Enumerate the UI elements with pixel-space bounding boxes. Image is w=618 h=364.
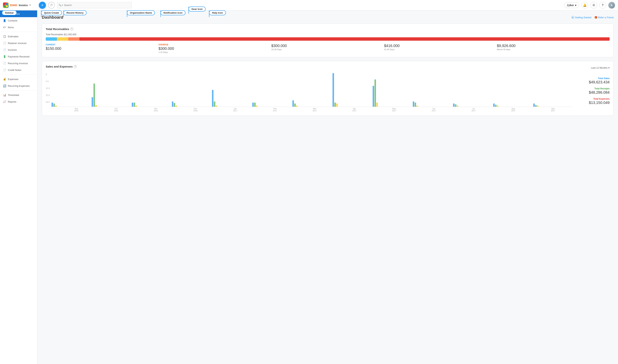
quick-create-button[interactable]: +: [39, 2, 46, 9]
x-axis-labels: Sep 2016Oct 2016Nov 2016Dec 2016Jan 2017…: [52, 108, 572, 112]
sidebar-label-timesheet: Timesheet: [8, 94, 19, 96]
sidebar-item-invoices[interactable]: 📄 Invoices: [0, 46, 37, 53]
receivables-breakdown: CURRENT $150.000 OVERDUE $300.000 1-15 D…: [46, 44, 610, 53]
month-bar-group: [292, 100, 331, 107]
user-avatar-button[interactable]: A: [608, 2, 615, 9]
legend-total-sales: Total Sales $49,623.434: [576, 77, 610, 84]
month-bar-group: [252, 103, 291, 107]
sidebar-item-payments-received[interactable]: 💲 Payments Received: [0, 53, 37, 60]
sidebar-divider-1: [0, 32, 37, 32]
bar-receipts: [294, 104, 296, 107]
contacts-icon: 👤: [3, 19, 6, 22]
month-bar-group: [212, 90, 251, 107]
sidebar-item-recurring-invoices[interactable]: 📄 Recurring Invoices: [0, 60, 37, 67]
bar-receipts: [374, 79, 376, 107]
total-sales-label: Total Sales: [576, 77, 610, 80]
logo-invoice-text: Invoice: [19, 4, 28, 7]
recent-history-button[interactable]: ⏱: [48, 2, 55, 9]
bar-expenses: [256, 106, 258, 107]
refer-friend-link[interactable]: 🎁 Refer a Friend: [594, 16, 614, 19]
x-axis-label: Mar 2017: [295, 108, 334, 112]
sidebar-item-estimates[interactable]: 📋 Estimates: [0, 33, 37, 40]
sidebar-divider-2: [0, 74, 37, 75]
bar-expenses: [216, 106, 217, 107]
breakdown-overdue-3: $416.000 31-45 Days: [384, 44, 497, 53]
overdue-4-amount: $9,926.600: [497, 44, 607, 48]
bar-sales: [333, 73, 334, 107]
sales-help-icon[interactable]: ?: [74, 65, 77, 68]
gift-icon: 🎁: [594, 16, 597, 19]
zoho-logo-icon: [3, 2, 9, 8]
sidebar-divider-3: [0, 90, 37, 91]
sidebar-label-contacts: Contacts: [8, 19, 17, 22]
month-bar-group: [172, 102, 211, 107]
month-bar-group: [413, 102, 452, 107]
sidebar-label-retainer: Retainer Invoices: [8, 42, 26, 45]
bar-receipts: [415, 103, 416, 107]
payments-icon: 💲: [3, 55, 6, 58]
x-axis-label: Jan 2017: [216, 108, 255, 112]
breakdown-overdue: OVERDUE $300.000 1-15 Days: [158, 44, 271, 53]
search-input[interactable]: [57, 2, 132, 8]
sidebar: ⊞ Dashboard 👤 Contacts 🏷 Items 📋 Estimat…: [0, 11, 37, 364]
x-axis-label: Sep 2017: [534, 108, 572, 112]
clock-icon: ⏱: [50, 3, 53, 7]
overdue-2-amount: $300.000: [271, 44, 381, 48]
current-amount: $150.000: [46, 46, 155, 51]
period-selector[interactable]: Last 12 Months ▾: [591, 66, 610, 69]
settings-button[interactable]: ⚙: [590, 2, 597, 9]
recurring-invoices-icon: 📄: [3, 62, 6, 65]
svg-rect-1: [6, 3, 8, 5]
getting-started-link[interactable]: ▶ Getting Started: [572, 16, 591, 19]
main-layout: ⊞ Dashboard 👤 Contacts 🏷 Items 📋 Estimat…: [0, 11, 618, 364]
sidebar-item-timesheet[interactable]: 📊 Timesheet: [0, 91, 37, 98]
month-bar-group: [373, 79, 412, 107]
notification-button[interactable]: 🔔: [581, 2, 588, 9]
bar-expenses: [135, 106, 137, 107]
overdue-3-amount: $416.000: [384, 44, 494, 48]
logo-area[interactable]: ZOHO Invoice ▾: [3, 2, 37, 8]
sidebar-item-credit-notes[interactable]: 📄 Credit Notes: [0, 67, 37, 73]
sales-header: Sales and Expenses ? Last 12 Months ▾: [46, 65, 610, 71]
total-receivables-card: Total Receivables ? Total Receivables $1…: [42, 24, 614, 57]
bar-sales: [533, 104, 535, 107]
org-selector[interactable]: Zylker ▾: [564, 2, 579, 8]
month-bar-group: [92, 84, 131, 107]
receivables-total-label: Total Receivables $11,092,600: [46, 33, 610, 36]
sidebar-item-reports[interactable]: 📈 Reports: [0, 98, 37, 105]
bar-sales: [453, 104, 454, 107]
x-axis-label: May 2017: [375, 108, 413, 112]
search-icon: 🔍: [59, 4, 61, 7]
month-bar-group: [453, 104, 492, 107]
content-area: Dashboard ▶ Getting Started 🎁 Refer a Fr…: [37, 11, 618, 364]
svg-rect-2: [4, 5, 6, 7]
estimates-icon: 📋: [3, 35, 6, 38]
bar-expenses: [497, 106, 498, 107]
sidebar-item-retainer-invoices[interactable]: 📄 Retainer Invoices: [0, 40, 37, 46]
invoices-icon: 📄: [3, 48, 6, 51]
bar-sales: [373, 86, 374, 107]
sidebar-item-contacts[interactable]: 👤 Contacts: [0, 17, 37, 24]
bar-expenses: [537, 106, 539, 107]
main-app: ZOHO Invoice ▾ + ⏱ 🔍 ▾ Zylker ▾: [0, 0, 618, 364]
bar-expenses: [55, 106, 57, 107]
bar-sales: [252, 103, 254, 107]
total-expenses-amount: $13,150.049: [576, 101, 610, 105]
x-axis-label: Nov 2016: [136, 108, 175, 112]
chart-area: 20 K 15 K 10 K 5 K 0: [46, 73, 572, 112]
bar-receipts: [334, 103, 336, 107]
sidebar-item-items[interactable]: 🏷 Items: [0, 24, 37, 31]
bar-receipts: [53, 104, 55, 107]
search-dropdown-button[interactable]: 🔍 ▾: [59, 4, 63, 7]
sidebar-label-payments: Payments Received: [8, 55, 29, 58]
y-axis-labels: 20 K 15 K 10 K 5 K 0: [46, 73, 50, 107]
sidebar-item-recurring-expenses[interactable]: 🔄 Recurring Expenses: [0, 82, 37, 89]
sidebar-item-expenses[interactable]: 💰 Expenses: [0, 76, 37, 82]
gear-icon: ⚙: [592, 3, 595, 7]
help-button[interactable]: ?: [599, 2, 606, 9]
bar-receipts: [214, 102, 215, 107]
org-name-text: Zylker: [567, 4, 574, 7]
logo-text: ZOHO: [10, 4, 17, 7]
receivables-help-icon[interactable]: ?: [70, 28, 73, 31]
bar-sales: [413, 102, 414, 107]
